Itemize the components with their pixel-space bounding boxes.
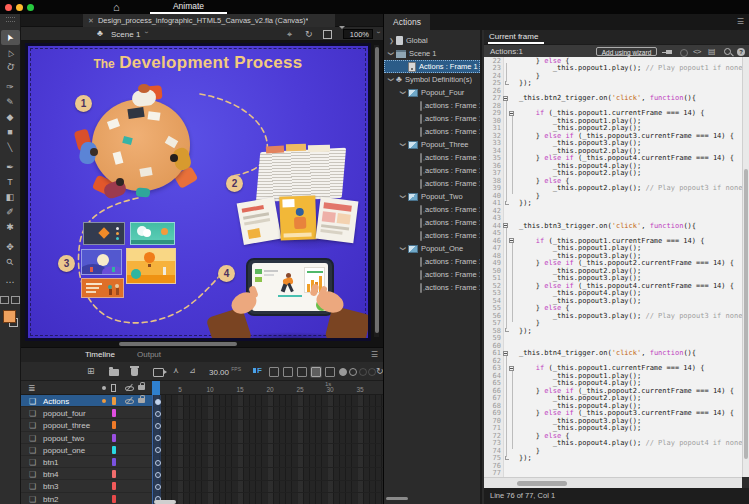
tree-item-actions-frame-16[interactable]: actions : Frame 16 <box>384 229 480 242</box>
code-editor-area[interactable]: 22 } else {23 _this.popout1.play(); // P… <box>484 57 742 477</box>
code-line[interactable]: 77 <box>484 470 742 478</box>
chevron-expanded-icon[interactable]: ❯ <box>400 140 407 149</box>
pin-script-icon[interactable] <box>666 50 672 54</box>
step-badge-2[interactable]: 2 <box>226 175 243 192</box>
layer-depth-button[interactable]: ⊿ <box>189 365 196 377</box>
magazine-card-middle[interactable] <box>279 195 317 240</box>
code-line[interactable]: 44_this.btn3_trigger.on('click', functio… <box>484 222 742 230</box>
tree-item-actions-frame-1[interactable]: actions : Frame 1 <box>384 203 480 216</box>
layer-color-swatch[interactable] <box>112 482 116 490</box>
canvas-vertical-scrollbar[interactable] <box>374 45 379 337</box>
code-line[interactable]: 58}); <box>484 327 742 335</box>
chevron-collapsed-icon[interactable]: ❯ <box>387 37 396 44</box>
code-line[interactable]: 61_this.btn4_trigger.on('click', functio… <box>484 350 742 358</box>
thumb-screen-indigo[interactable] <box>81 249 122 275</box>
layer-visibility-icon[interactable] <box>125 396 134 405</box>
canvas-horizontal-scrollbar[interactable] <box>25 342 374 346</box>
fold-collapse-icon[interactable] <box>509 111 514 116</box>
rectangle-tool[interactable]: ■ <box>1 125 20 140</box>
tree-item-actions-frame-15[interactable]: actions : Frame 15 <box>384 268 480 281</box>
script-reference-icon[interactable]: ▤ <box>708 47 716 56</box>
scene-breadcrumb[interactable]: Scene 1 <box>111 30 140 39</box>
layer-row-popout_two[interactable]: ❏popout_two <box>21 432 152 444</box>
more-tools[interactable]: ⋯ <box>1 275 20 290</box>
chevron-expanded-icon[interactable]: ❯ <box>388 49 395 58</box>
layer-color-swatch[interactable] <box>112 446 116 454</box>
line-tool[interactable]: ╲ <box>1 140 20 155</box>
frame-rate-value[interactable]: 30.00 FPS <box>209 366 241 377</box>
layer-row-popout_one[interactable]: ❏popout_one <box>21 444 152 456</box>
lasso-tool[interactable]: Ʊ <box>1 60 20 75</box>
classic-brush-tool[interactable]: ✎ <box>1 95 20 110</box>
show-all-layers-icon[interactable] <box>102 386 106 390</box>
layer-color-swatch[interactable] <box>112 397 116 405</box>
fold-collapse-icon[interactable] <box>503 223 508 228</box>
delete-layer-button[interactable] <box>131 368 138 376</box>
add-using-wizard-button[interactable]: Add using wizard <box>596 47 657 56</box>
eyedropper-tool[interactable]: ✐ <box>1 205 20 220</box>
insert-keyframe-button[interactable] <box>311 367 321 377</box>
home-screen-icon[interactable]: ⌂ <box>113 0 120 14</box>
center-stage-icon[interactable]: ⌖ <box>287 29 292 39</box>
tree-item-actions-frame-1[interactable]: actions : Frame 1 <box>384 151 480 164</box>
fold-collapse-icon[interactable] <box>509 238 514 243</box>
layer-row-btn3[interactable]: ❏btn3 <box>21 480 152 492</box>
layer-row-popout_three[interactable]: ❏popout_three <box>21 419 152 431</box>
chevron-expanded-icon[interactable]: ❯ <box>400 88 407 97</box>
magazine-card-left[interactable] <box>237 197 282 245</box>
onion-skin-button[interactable] <box>339 368 347 376</box>
tab-actions[interactable]: Actions <box>384 14 430 30</box>
canvas-horizontal-scrollbar-thumb[interactable] <box>119 342 237 346</box>
code-line[interactable]: 25}); <box>484 80 742 88</box>
maximize-window-button[interactable] <box>27 4 34 11</box>
hand-tool[interactable]: ✥ <box>1 240 20 255</box>
new-layer-button[interactable]: ⊞ <box>87 365 95 377</box>
auto-keyframe-button[interactable] <box>325 367 335 377</box>
thumb-banner[interactable] <box>81 278 124 298</box>
text-tool[interactable]: T <box>1 175 20 190</box>
tab-timeline[interactable]: Timeline <box>85 348 115 362</box>
layer-row-btn1[interactable]: ❏btn1 <box>21 456 152 468</box>
timeline-panel-menu-icon[interactable]: ☰ <box>371 348 378 362</box>
tree-item-popout-three[interactable]: ❯Popout_Three <box>384 138 480 151</box>
insert-blank-keyframe-button[interactable] <box>297 367 307 377</box>
help-icon[interactable]: ? <box>737 48 745 56</box>
code-line[interactable]: 75}); <box>484 455 742 463</box>
remove-frame-button[interactable] <box>269 367 279 377</box>
layer-row-popout_four[interactable]: ❏popout_four <box>21 407 152 419</box>
thumb-screen-orange[interactable] <box>126 248 176 284</box>
canvas-vertical-scrollbar-thumb[interactable] <box>375 47 379 333</box>
insert-target-path-icon[interactable] <box>680 49 688 57</box>
fold-collapse-icon[interactable] <box>503 96 508 101</box>
eraser-tool[interactable]: ◆ <box>1 110 20 125</box>
step-badge-3[interactable]: 3 <box>58 255 75 272</box>
tree-item-actions-frame-1[interactable]: actions : Frame 1 <box>384 255 480 268</box>
chevron-expanded-icon[interactable]: ❯ <box>400 192 407 201</box>
modify-markers-button[interactable] <box>368 368 376 376</box>
fold-collapse-icon[interactable] <box>503 351 508 356</box>
tree-item-scene-1[interactable]: ❯Scene 1 <box>384 47 480 60</box>
paint-bucket-tool[interactable]: ◧ <box>1 190 20 205</box>
stage-canvas[interactable]: The Development Process <box>25 43 371 341</box>
code-line[interactable]: 42 <box>484 207 742 215</box>
hide-layers-icon[interactable] <box>125 383 134 392</box>
layer-status-dot[interactable] <box>102 399 106 403</box>
outline-all-layers-icon[interactable] <box>111 384 116 392</box>
tools-panel-drag-handle[interactable] <box>6 17 15 22</box>
tree-item-actions-frame-16[interactable]: actions : Frame 16 <box>384 177 480 190</box>
actions-panel-menu-icon[interactable]: ☰ <box>737 14 744 30</box>
document-tab[interactable]: ✕ Design_process_infographic_HTML5_Canva… <box>83 14 335 27</box>
clip-content-icon[interactable] <box>323 30 332 39</box>
zoom-level-input[interactable]: 100% <box>343 29 373 39</box>
color-swatches[interactable] <box>3 310 17 326</box>
timeline-horizontal-scrollbar-thumb[interactable] <box>154 500 176 504</box>
rotation-tool-icon[interactable]: ↻ <box>305 29 313 39</box>
selection-tool[interactable]: ➤ <box>1 30 20 45</box>
timeline-ruler[interactable]: 51015202530351s <box>152 381 383 395</box>
tree-item-actions-frame-1[interactable]: actions : Frame 1 <box>384 99 480 112</box>
layer-row-btn4[interactable]: ❏btn4 <box>21 468 152 480</box>
code-horizontal-scrollbar[interactable] <box>484 477 742 488</box>
tree-item-actions-frame-16[interactable]: actions : Frame 16 <box>384 125 480 138</box>
tree-item-actions-frame-1[interactable]: Actions : Frame 1 <box>384 60 480 73</box>
layer-color-swatch[interactable] <box>112 495 116 503</box>
